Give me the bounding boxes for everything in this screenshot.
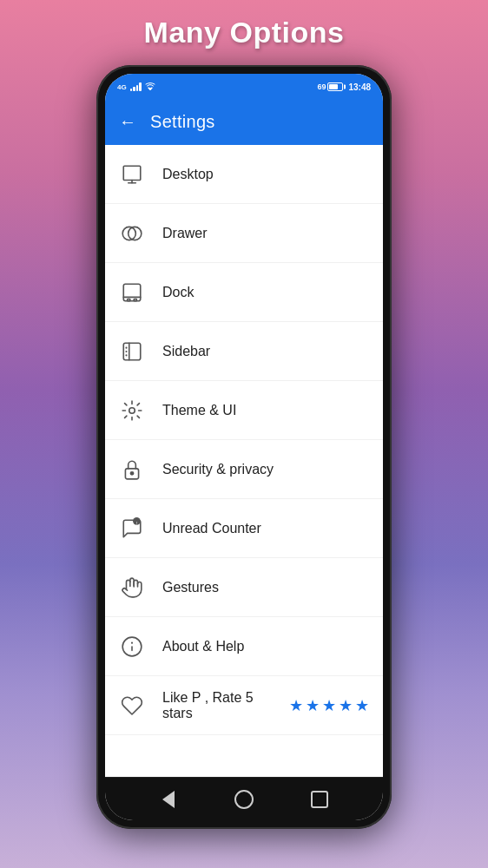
phone-frame: 4G 69 1 bbox=[96, 65, 392, 829]
network-type: 4G bbox=[117, 83, 127, 91]
star-5: ★ bbox=[355, 696, 369, 715]
unread-label: Unread Counter bbox=[162, 521, 261, 536]
settings-item-rate[interactable]: Like P , Rate 5 stars ★ ★ ★ ★ ★ bbox=[105, 676, 383, 735]
settings-item-about[interactable]: About & Help bbox=[105, 617, 383, 676]
settings-item-desktop[interactable]: Desktop bbox=[105, 145, 383, 204]
settings-item-sidebar[interactable]: Sidebar bbox=[105, 322, 383, 381]
theme-icon bbox=[119, 398, 145, 424]
phone-screen: 4G 69 1 bbox=[105, 74, 383, 820]
about-label: About & Help bbox=[162, 639, 244, 654]
security-icon bbox=[119, 457, 145, 483]
svg-rect-8 bbox=[134, 299, 136, 300]
recent-nav-button[interactable] bbox=[304, 784, 335, 815]
svg-rect-0 bbox=[123, 166, 141, 180]
security-label: Security & privacy bbox=[162, 462, 274, 477]
svg-point-14 bbox=[129, 407, 135, 413]
back-nav-button[interactable] bbox=[153, 784, 184, 815]
settings-item-dock[interactable]: Dock bbox=[105, 263, 383, 322]
settings-item-theme[interactable]: Theme & UI bbox=[105, 381, 383, 440]
settings-item-gestures[interactable]: Gestures bbox=[105, 558, 383, 617]
app-bar: ← Settings bbox=[105, 98, 383, 145]
settings-item-drawer[interactable]: Drawer bbox=[105, 204, 383, 263]
wifi-icon bbox=[145, 82, 155, 92]
rate-label: Like P , Rate 5 stars bbox=[162, 690, 272, 721]
star-1: ★ bbox=[289, 696, 303, 715]
star-4: ★ bbox=[339, 696, 353, 715]
back-button[interactable]: ← bbox=[119, 112, 136, 132]
star-2: ★ bbox=[306, 696, 320, 715]
desktop-label: Desktop bbox=[162, 167, 214, 182]
nav-bar bbox=[105, 777, 383, 820]
gestures-label: Gestures bbox=[162, 580, 219, 595]
app-bar-title: Settings bbox=[150, 112, 215, 132]
sidebar-label: Sidebar bbox=[162, 344, 210, 359]
star-3: ★ bbox=[322, 696, 336, 715]
svg-point-16 bbox=[130, 471, 133, 474]
svg-rect-5 bbox=[123, 284, 141, 301]
drawer-icon bbox=[119, 220, 145, 247]
battery-level: 69 bbox=[317, 82, 326, 91]
home-nav-button[interactable] bbox=[228, 784, 260, 815]
theme-label: Theme & UI bbox=[162, 403, 236, 418]
battery-icon: 69 bbox=[317, 82, 343, 91]
sidebar-icon bbox=[119, 339, 145, 365]
dock-icon bbox=[119, 279, 145, 306]
status-right: 69 13:48 bbox=[317, 82, 371, 92]
page-title: Many Options bbox=[144, 16, 345, 49]
unread-icon: ! bbox=[119, 516, 145, 542]
gestures-icon bbox=[119, 575, 145, 601]
settings-list: Desktop Drawer bbox=[105, 145, 383, 777]
desktop-icon bbox=[119, 161, 145, 187]
status-time: 13:48 bbox=[348, 82, 371, 92]
status-left: 4G bbox=[117, 82, 155, 92]
about-icon bbox=[119, 634, 145, 660]
signal-bars bbox=[130, 82, 142, 91]
settings-item-security[interactable]: Security & privacy bbox=[105, 440, 383, 499]
svg-rect-7 bbox=[128, 299, 130, 300]
dock-label: Dock bbox=[162, 285, 194, 300]
drawer-label: Drawer bbox=[162, 226, 208, 241]
settings-item-unread[interactable]: ! Unread Counter bbox=[105, 499, 383, 558]
star-rating: ★ ★ ★ ★ ★ bbox=[289, 696, 369, 715]
heart-icon bbox=[119, 693, 145, 719]
status-bar: 4G 69 1 bbox=[105, 74, 383, 98]
